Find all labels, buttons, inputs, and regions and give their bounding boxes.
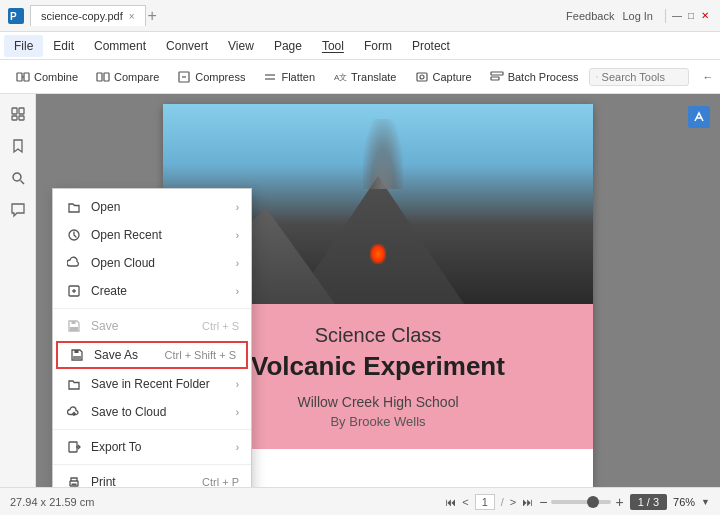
create-icon — [65, 282, 83, 300]
flatten-label: Flatten — [281, 71, 315, 83]
menu-form[interactable]: Form — [354, 35, 402, 57]
svg-rect-21 — [19, 116, 24, 120]
svg-rect-15 — [491, 77, 499, 80]
menu-divider-2 — [53, 429, 251, 430]
file-dropdown-menu: Open › Open Recent › — [52, 188, 252, 487]
menu-item-open-cloud[interactable]: Open Cloud › — [53, 249, 251, 277]
svg-rect-37 — [72, 484, 77, 486]
sidebar-search-icon[interactable] — [6, 166, 30, 190]
login-link[interactable]: Log In — [622, 10, 653, 22]
search-icon — [596, 71, 598, 83]
batch-label: Batch Process — [508, 71, 579, 83]
compare-button[interactable]: Compare — [88, 67, 167, 87]
pdf-viewer: Science Class Volcanic Experiment Willow… — [36, 94, 720, 487]
translate-icon: A文 — [333, 70, 347, 84]
svg-rect-31 — [75, 350, 79, 353]
svg-rect-19 — [19, 108, 24, 114]
main-content: Science Class Volcanic Experiment Willow… — [0, 94, 720, 487]
flatten-button[interactable]: Flatten — [255, 67, 323, 87]
svg-rect-34 — [69, 442, 77, 452]
menu-file[interactable]: File — [4, 35, 43, 57]
svg-rect-3 — [24, 73, 29, 81]
export-icon — [65, 438, 83, 456]
tab-science-copy[interactable]: science-copy.pdf × — [30, 5, 146, 26]
menu-item-create[interactable]: Create › — [53, 277, 251, 305]
menu-page[interactable]: Page — [264, 35, 312, 57]
capture-button[interactable]: Capture — [407, 67, 480, 87]
nav-first-button[interactable]: ⏮ — [445, 496, 456, 508]
compare-label: Compare — [114, 71, 159, 83]
feedback-link[interactable]: Feedback — [566, 10, 614, 22]
menu-item-save[interactable]: Save Ctrl + S — [53, 312, 251, 340]
svg-rect-6 — [104, 73, 109, 81]
menu-item-save-cloud[interactable]: Save to Cloud › — [53, 398, 251, 426]
minimize-button[interactable]: — — [670, 9, 684, 23]
menu-item-save-recent[interactable]: Save in Recent Folder › — [53, 370, 251, 398]
translate-button[interactable]: A文 Translate — [325, 67, 404, 87]
capture-icon — [415, 70, 429, 84]
menu-item-save-as[interactable]: Save As Ctrl + Shift + S — [56, 341, 248, 369]
menu-convert[interactable]: Convert — [156, 35, 218, 57]
nav-back-button[interactable]: ← — [699, 69, 718, 85]
batch-icon — [490, 70, 504, 84]
compare-icon — [96, 70, 110, 84]
menu-tool[interactable]: Tool — [312, 35, 354, 57]
menu-divider-1 — [53, 308, 251, 309]
page-next-button[interactable]: > — [510, 496, 516, 508]
tab-title: science-copy.pdf — [41, 10, 123, 22]
nav-last-button[interactable]: ⏭ — [522, 496, 533, 508]
sidebar-comment-icon[interactable] — [6, 198, 30, 222]
print-icon — [65, 473, 83, 487]
menu-item-export[interactable]: Export To › — [53, 433, 251, 461]
svg-rect-18 — [12, 108, 17, 114]
svg-text:A文: A文 — [334, 73, 347, 82]
zoom-control: − + — [539, 494, 623, 510]
zoom-out-button[interactable]: − — [539, 494, 547, 510]
page-dimensions: 27.94 x 21.59 cm — [10, 496, 94, 508]
nav-prev-button[interactable]: < — [462, 496, 468, 508]
menu-bar: File Edit Comment Convert View Page Tool… — [0, 32, 720, 60]
title-sep — [665, 9, 666, 23]
svg-rect-30 — [70, 327, 78, 331]
save-icon — [65, 317, 83, 335]
zoom-percent: 76% — [673, 496, 695, 508]
svg-rect-32 — [73, 356, 81, 360]
search-input[interactable] — [602, 71, 682, 83]
search-tools[interactable] — [589, 68, 689, 86]
sidebar-thumbnail-icon[interactable] — [6, 102, 30, 126]
open-recent-icon — [65, 226, 83, 244]
open-cloud-icon — [65, 254, 83, 272]
save-as-icon — [68, 346, 86, 364]
flatten-icon — [263, 70, 277, 84]
compress-button[interactable]: Compress — [169, 67, 253, 87]
menu-item-open[interactable]: Open › — [53, 193, 251, 221]
sidebar-bookmark-icon[interactable] — [6, 134, 30, 158]
toolbar: Combine Compare Compress Flatten A文 Tran… — [0, 60, 720, 94]
svg-rect-20 — [12, 116, 17, 120]
zoom-thumb — [587, 496, 599, 508]
menu-edit[interactable]: Edit — [43, 35, 84, 57]
menu-item-open-recent[interactable]: Open Recent › — [53, 221, 251, 249]
menu-item-print[interactable]: Print Ctrl + P — [53, 468, 251, 487]
current-page-input[interactable]: 1 — [475, 494, 495, 510]
app-icon: P — [8, 8, 24, 24]
close-tab-button[interactable]: × — [129, 11, 135, 22]
zoom-slider[interactable] — [551, 500, 611, 504]
svg-rect-5 — [97, 73, 102, 81]
maximize-button[interactable]: □ — [684, 9, 698, 23]
close-button[interactable]: ✕ — [698, 9, 712, 23]
menu-comment[interactable]: Comment — [84, 35, 156, 57]
svg-rect-2 — [17, 73, 22, 81]
menu-view[interactable]: View — [218, 35, 264, 57]
save-recent-icon — [65, 375, 83, 393]
batch-process-button[interactable]: Batch Process — [482, 67, 587, 87]
combine-button[interactable]: Combine — [8, 67, 86, 87]
svg-rect-14 — [491, 72, 503, 75]
zoom-in-button[interactable]: + — [615, 494, 623, 510]
title-bar: P science-copy.pdf × + Feedback Log In —… — [0, 0, 720, 32]
menu-protect[interactable]: Protect — [402, 35, 460, 57]
nav-controls: ← → — [699, 69, 720, 85]
corner-icon — [688, 106, 710, 128]
new-tab-button[interactable]: + — [148, 7, 157, 25]
zoom-dropdown-button[interactable]: ▼ — [701, 497, 710, 507]
